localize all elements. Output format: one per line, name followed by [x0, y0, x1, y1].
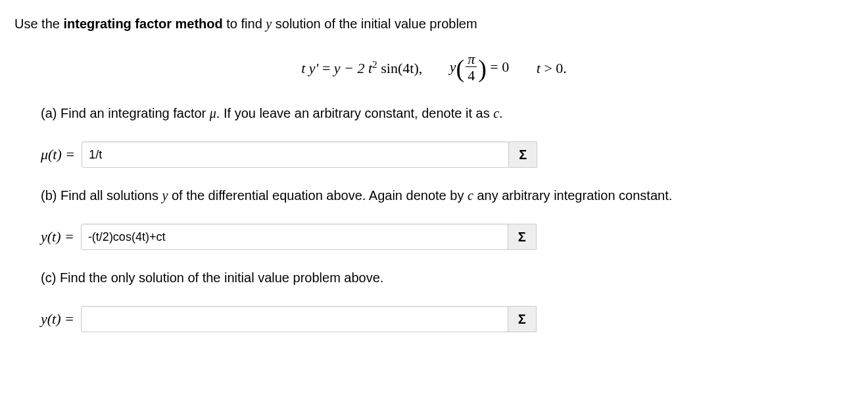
- intro-bold: integrating factor method: [63, 16, 222, 31]
- ic-frac-den: 4: [466, 66, 477, 84]
- input-row-b: y(t) = Σ: [41, 224, 854, 250]
- part-a-text: (a) Find an integrating factor μ. If you…: [41, 104, 854, 123]
- ic-frac: π 4: [466, 52, 477, 84]
- part-b-post: any arbitrary integration constant.: [473, 188, 672, 203]
- ode-eq: =: [322, 60, 334, 76]
- y-general-input[interactable]: [81, 224, 508, 250]
- sigma-icon: Σ: [519, 145, 527, 164]
- part-b-mid: of the differential equation above. Agai…: [168, 188, 468, 203]
- ic-eq: = 0: [490, 59, 509, 75]
- ic-frac-num: π: [466, 52, 477, 66]
- input-b-label: y(t) =: [41, 226, 74, 247]
- domain-rest: > 0.: [541, 60, 567, 76]
- part-c-text: (c) Find the only solution of the initia…: [41, 268, 854, 288]
- y-ivp-input[interactable]: [81, 306, 508, 332]
- intro-post: solution of the initial value problem: [272, 16, 477, 31]
- intro-text: Use the integrating factor method to fin…: [14, 14, 854, 34]
- ode-rhs: y − 2 t: [334, 60, 372, 76]
- part-b-pre: (b) Find all solutions: [41, 188, 162, 203]
- input-c-label: y(t) =: [41, 309, 74, 330]
- sigma-icon: Σ: [518, 228, 526, 247]
- intro-mid: to find: [223, 16, 266, 31]
- part-a-c: c: [493, 106, 499, 120]
- sigma-button-a[interactable]: Σ: [508, 141, 537, 168]
- part-c-body: (c) Find the only solution of the initia…: [41, 270, 383, 285]
- ode-sin: sin(4t),: [381, 60, 422, 76]
- ode-lhs: t y′: [301, 60, 318, 76]
- input-a-label: μ(t) =: [41, 144, 75, 165]
- sigma-button-c[interactable]: Σ: [508, 306, 537, 332]
- ode-sup: 2: [372, 59, 377, 70]
- input-row-a: μ(t) = Σ: [41, 141, 854, 168]
- intro-var-y: y: [266, 16, 272, 31]
- sigma-icon: Σ: [518, 310, 526, 329]
- intro-pre: Use the: [14, 16, 63, 31]
- displayed-equation: t y′ = y − 2 t2 sin(4t), y( π 4 ) = 0 t …: [14, 52, 854, 84]
- part-b-c: c: [468, 188, 473, 203]
- part-a-mid: . If you leave an arbitrary constant, de…: [216, 106, 493, 120]
- sigma-button-b[interactable]: Σ: [508, 224, 537, 250]
- part-a-mu: μ: [210, 106, 216, 120]
- mu-input[interactable]: [82, 141, 509, 168]
- input-row-c: y(t) = Σ: [41, 306, 854, 332]
- part-a-pre: (a) Find an integrating factor: [41, 106, 210, 120]
- part-a-post: .: [499, 106, 503, 120]
- part-b-text: (b) Find all solutions y of the differen…: [41, 186, 854, 205]
